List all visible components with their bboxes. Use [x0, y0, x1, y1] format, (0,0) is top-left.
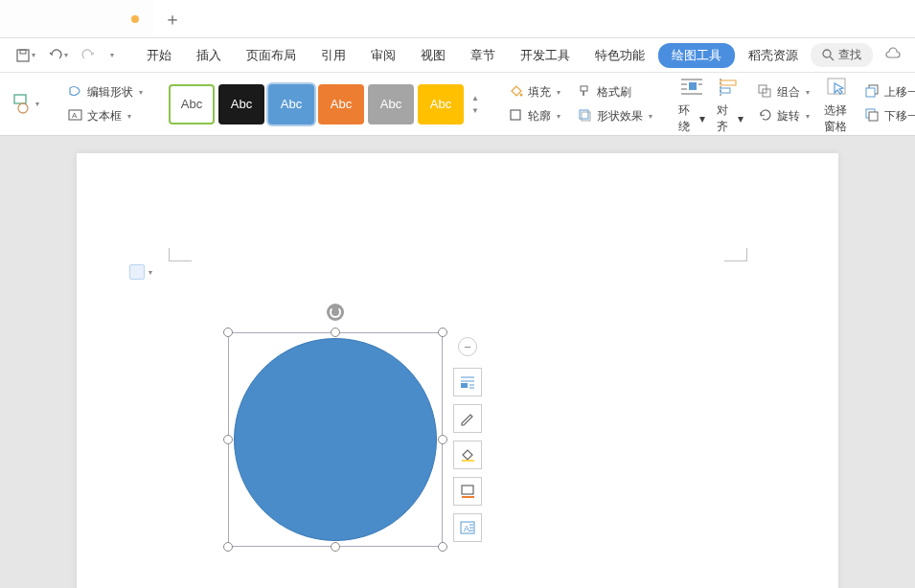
fill-button[interactable]: 填充▾ — [505, 82, 564, 102]
style-swatch-6[interactable]: Abc — [418, 84, 464, 124]
shape-icon — [12, 92, 30, 117]
text-quick-button[interactable]: A — [453, 513, 482, 542]
unsaved-indicator-icon — [131, 15, 139, 23]
svg-line-3 — [830, 57, 834, 60]
edit-points-button[interactable] — [453, 404, 482, 433]
new-tab-button[interactable]: ＋ — [153, 0, 192, 37]
svg-text:A: A — [72, 111, 78, 120]
cloud-sync-button[interactable] — [881, 43, 905, 67]
menu-review[interactable]: 审阅 — [359, 41, 407, 70]
svg-rect-0 — [17, 50, 29, 61]
svg-rect-16 — [689, 82, 697, 90]
text-box-icon: A — [68, 108, 83, 124]
outline-icon — [509, 108, 524, 124]
search-label: 查找 — [838, 47, 861, 63]
document-tab[interactable] — [0, 0, 153, 37]
menu-start[interactable]: 开始 — [135, 41, 183, 70]
svg-rect-22 — [721, 88, 730, 93]
outline-quick-icon — [459, 484, 476, 499]
svg-rect-29 — [869, 112, 878, 121]
move-down-button[interactable]: 下移一层▾ — [861, 106, 915, 126]
shape-style-gallery: Abc Abc Abc Abc Abc Abc ▲▼ — [163, 84, 489, 124]
menu-insert[interactable]: 插入 — [185, 41, 233, 70]
fill-bucket-icon — [459, 447, 476, 463]
collapse-tools-button[interactable]: − — [458, 337, 477, 356]
text-options-icon: A — [459, 520, 476, 535]
resize-handle-ml[interactable] — [223, 435, 233, 444]
outline-button[interactable]: 轮廓▾ — [505, 106, 564, 126]
document-page[interactable]: ▾ − — [77, 153, 838, 588]
shape-quick-tools: − A — [453, 337, 482, 542]
save-button[interactable]: ▾ — [12, 44, 39, 67]
style-swatch-3[interactable]: Abc — [268, 84, 314, 124]
style-swatch-2[interactable]: Abc — [218, 84, 264, 124]
style-gallery-more[interactable]: ▲▼ — [468, 84, 483, 124]
menu-references[interactable]: 引用 — [309, 41, 357, 70]
rotate-button[interactable]: 旋转▾ — [754, 106, 813, 126]
format-painter-button[interactable]: 格式刷 — [574, 82, 656, 102]
qat-more-button[interactable]: ▾ — [104, 44, 118, 67]
outline-quick-button[interactable] — [453, 477, 482, 506]
shape-effect-button[interactable]: 形状效果▾ — [574, 106, 656, 126]
text-box-button[interactable]: A 文本框▾ — [64, 106, 147, 126]
wrap-button[interactable]: 环绕▾ — [673, 70, 711, 139]
svg-rect-9 — [511, 110, 520, 120]
ribbon-layer-group: 上移一层▾ 下移一层▾ — [857, 82, 915, 126]
menu-page-layout[interactable]: 页面布局 — [235, 41, 308, 70]
svg-rect-12 — [580, 110, 588, 119]
menu-right-controls: 查找 — [811, 43, 915, 67]
selected-shape[interactable] — [228, 332, 443, 547]
svg-rect-39 — [462, 486, 473, 494]
svg-point-8 — [519, 94, 522, 97]
select-pane-button[interactable]: 选择窗格 — [818, 70, 857, 139]
insert-shape-dropdown[interactable]: ▾ — [9, 90, 43, 119]
margin-marker-right — [724, 248, 747, 261]
svg-point-5 — [18, 103, 28, 113]
menu-chapter[interactable]: 章节 — [459, 41, 507, 70]
menu-drawing-tools[interactable]: 绘图工具 — [658, 43, 735, 68]
margin-marker-left — [169, 248, 192, 261]
align-icon — [718, 77, 743, 98]
resize-handle-mr[interactable] — [438, 435, 447, 444]
redo-button[interactable] — [78, 44, 99, 67]
ribbon-format-group-2: 格式刷 形状效果▾ — [569, 82, 661, 126]
search-icon — [822, 49, 835, 61]
menu-dev-tools[interactable]: 开发工具 — [509, 41, 582, 70]
ribbon: ▾ 编辑形状▾ A 文本框▾ Abc Abc Abc Abc Abc Abc ▲… — [0, 73, 915, 136]
move-up-icon — [865, 84, 881, 100]
resize-handle-bl[interactable] — [223, 542, 233, 552]
rotation-handle[interactable] — [327, 304, 344, 321]
resize-handle-bm[interactable] — [331, 542, 340, 552]
resize-handle-tl[interactable] — [223, 328, 233, 337]
menu-features[interactable]: 特色功能 — [583, 41, 656, 70]
resize-handle-tr[interactable] — [438, 328, 447, 337]
style-swatch-4[interactable]: Abc — [318, 84, 364, 124]
paragraph-layout-control[interactable]: ▾ — [129, 264, 152, 280]
menu-view[interactable]: 视图 — [409, 41, 457, 70]
resize-handle-tm[interactable] — [331, 328, 340, 337]
ribbon-arrange-group: 组合▾ 旋转▾ — [749, 82, 818, 126]
wrap-icon — [679, 77, 704, 98]
layout-options-button[interactable] — [453, 368, 482, 396]
menu-docer-resources[interactable]: 稻壳资源 — [737, 41, 810, 70]
move-up-button[interactable]: 上移一层▾ — [861, 82, 915, 102]
svg-rect-21 — [721, 80, 736, 85]
selection-bounding-box — [228, 332, 443, 547]
search-button[interactable]: 查找 — [811, 43, 873, 67]
style-swatch-1[interactable]: Abc — [169, 84, 215, 124]
svg-text:A: A — [464, 524, 469, 533]
style-swatch-5[interactable]: Abc — [368, 84, 414, 124]
fill-icon — [509, 84, 524, 100]
menu-tabs: 开始 插入 页面布局 引用 审阅 视图 章节 开发工具 特色功能 绘图工具 稻壳… — [135, 41, 810, 70]
fill-quick-button[interactable] — [453, 441, 482, 469]
group-icon — [758, 84, 773, 100]
group-button[interactable]: 组合▾ — [754, 82, 813, 102]
edit-shape-button[interactable]: 编辑形状▾ — [64, 82, 147, 102]
resize-handle-br[interactable] — [438, 542, 447, 552]
undo-button[interactable]: ▾ — [45, 44, 72, 67]
redo-icon — [81, 49, 95, 62]
align-button[interactable]: 对齐▾ — [711, 70, 749, 139]
canvas-area[interactable]: ▾ − — [0, 136, 915, 588]
ribbon-edit-group: 编辑形状▾ A 文本框▾ — [59, 82, 151, 126]
move-down-icon — [865, 108, 881, 124]
